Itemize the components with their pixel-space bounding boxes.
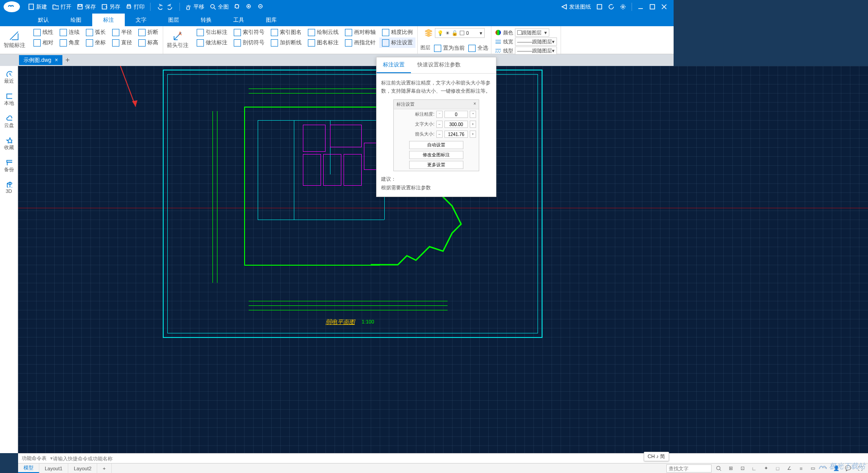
index-symbol-button[interactable]: 索引符号	[231, 27, 267, 37]
svg-point-12	[622, 6, 624, 8]
layers-icon	[424, 28, 433, 37]
popup-tab-settings[interactable]: 标注设置	[377, 57, 411, 73]
radius-dim-button[interactable]: 半径	[109, 27, 135, 37]
popup-tab-quick[interactable]: 快速设置标注参数	[411, 57, 467, 73]
print-button[interactable]: 打印	[123, 3, 147, 11]
modify-all-button[interactable]: 修改全图标注	[409, 151, 463, 159]
linear-dim-button[interactable]: 线性	[31, 27, 56, 37]
drawing-scale: 1:100	[362, 319, 374, 324]
precision-inc[interactable]: ⁺	[470, 111, 476, 118]
saveas-button[interactable]: 另存	[99, 3, 123, 11]
elevation-button[interactable]: 标高	[136, 37, 161, 48]
sidebar-recent[interactable]: 最近	[4, 69, 14, 86]
undo-icon	[156, 4, 162, 10]
fullview-button[interactable]: 全图	[207, 3, 231, 11]
drawing-canvas[interactable]: 弱电平面图 1:100	[18, 66, 674, 368]
send-drawing-button[interactable]: 发送图纸	[558, 3, 594, 11]
text-size-input[interactable]	[444, 121, 468, 128]
precision-input[interactable]	[444, 111, 468, 118]
zoom-out-button[interactable]	[255, 4, 267, 10]
precision-dec[interactable]: ⁻	[436, 111, 443, 118]
lineweight-icon	[495, 38, 501, 45]
image-label-button[interactable]: 图名标注	[305, 37, 341, 48]
maximize-button[interactable]	[646, 4, 658, 10]
ribbon: 智能标注 线性 连续 弧长 半径 折断 相对 角度 坐标 直径 标高 A 箭头引…	[0, 26, 674, 54]
file-tab[interactable]: 示例图.dwg ×	[19, 55, 62, 65]
break-line-button[interactable]: 加折断线	[268, 37, 304, 48]
set-current-button[interactable]: 置为当前	[434, 44, 465, 52]
arrow-size-input[interactable]	[444, 131, 468, 138]
lightbulb-icon: 💡	[437, 30, 443, 36]
break-dim-button[interactable]: 折断	[136, 27, 161, 37]
axis-button[interactable]: 画对称轴	[342, 27, 378, 37]
color-dropdown[interactable]: 跟随图层▾	[515, 28, 549, 37]
close-button[interactable]	[658, 4, 670, 10]
menu-tabs: 默认 绘图 标注 文字 图层 转换 工具 图库	[0, 14, 674, 26]
fullscreen-button[interactable]	[594, 4, 605, 10]
new-button[interactable]: 新建	[25, 3, 50, 11]
more-settings-button[interactable]: 更多设置	[409, 161, 463, 169]
svg-point-6	[211, 5, 214, 8]
tab-layer[interactable]: 图层	[157, 14, 190, 26]
index-name-button[interactable]: 索引图名	[268, 27, 304, 37]
layer-dropdown[interactable]: 💡 ☀ 🔓 0 ▾	[435, 28, 485, 38]
star-icon	[6, 137, 12, 143]
tab-tools[interactable]: 工具	[222, 14, 255, 26]
add-tab-button[interactable]: +	[62, 55, 72, 65]
textsize-inc[interactable]: +	[470, 121, 476, 128]
color-label: 颜色	[503, 29, 513, 36]
smart-dimension-button[interactable]: 智能标注	[0, 26, 29, 54]
sidebar-backup[interactable]: 备份	[4, 157, 14, 175]
section-symbol-button[interactable]: 剖切符号	[231, 37, 267, 48]
cloud-button[interactable]: 绘制云线	[305, 27, 341, 37]
textsize-dec[interactable]: −	[436, 121, 443, 128]
undo-button[interactable]	[153, 4, 165, 10]
minimize-button[interactable]	[635, 4, 646, 10]
close-tab-button[interactable]: ×	[55, 57, 58, 63]
file-tabs: 示例图.dwg × +	[0, 54, 674, 66]
angle-dim-button[interactable]: 角度	[57, 37, 82, 48]
linetype-dropdown[interactable]: ———跟随图层▾	[515, 47, 557, 55]
leader-button[interactable]: 引出标注	[194, 27, 230, 37]
arrowsize-dec[interactable]: −	[436, 131, 443, 138]
drawing-title: 弱电平面图	[326, 318, 355, 326]
tab-draw[interactable]: 绘图	[60, 14, 92, 26]
tab-annotation[interactable]: 标注	[92, 14, 125, 26]
sidebar-favorites[interactable]: 收藏	[4, 135, 14, 153]
dim-settings-button[interactable]: 标注设置	[379, 37, 415, 48]
settings-button[interactable]	[617, 4, 629, 10]
leader-do-button[interactable]: 做法标注	[194, 37, 230, 48]
continuous-dim-button[interactable]: 连续	[57, 27, 82, 37]
coord-dim-button[interactable]: 坐标	[83, 37, 108, 48]
lineweight-dropdown[interactable]: ———跟随图层▾	[515, 37, 557, 46]
tab-convert[interactable]: 转换	[190, 14, 222, 26]
arrow-leader-button[interactable]: A 箭头引注	[163, 26, 192, 54]
tab-library[interactable]: 图库	[255, 14, 288, 26]
north-button[interactable]: 画指北针	[342, 37, 378, 48]
relative-dim-button[interactable]: 相对	[31, 37, 56, 48]
pan-button[interactable]: 平移	[183, 3, 207, 11]
mini-close-button[interactable]: ×	[473, 101, 476, 108]
popup-description: 标注前先设置标注精度，文字大小和箭头大小等参数，支持随屏幕自动大小、一键修改全图…	[381, 79, 491, 95]
arrow-size-label: 箭头大小:	[415, 131, 434, 137]
tab-text[interactable]: 文字	[125, 14, 157, 26]
tab-default[interactable]: 默认	[27, 14, 60, 26]
arc-dim-button[interactable]: 弧长	[83, 27, 108, 37]
sidebar-local[interactable]: 本地	[4, 91, 14, 108]
sidebar-3d[interactable]: 3D	[5, 179, 12, 196]
save-button[interactable]: 保存	[74, 3, 99, 11]
arrowsize-inc[interactable]: +	[470, 131, 476, 138]
zoom-window-button[interactable]	[231, 4, 243, 10]
select-all-button[interactable]: 全选	[468, 44, 488, 52]
auto-settings-button[interactable]: 自动设置	[409, 141, 463, 149]
refresh-button[interactable]	[605, 4, 617, 10]
diameter-dim-button[interactable]: 直径	[109, 37, 135, 48]
zoom-in-button[interactable]	[243, 4, 255, 10]
open-button[interactable]: 打开	[50, 3, 74, 11]
redo-button[interactable]	[165, 4, 177, 10]
zoom-out-icon	[258, 4, 264, 10]
zoom-in-icon	[246, 4, 252, 10]
sidebar-cloud[interactable]: 云盘	[4, 113, 14, 131]
cloud-icon	[6, 115, 12, 121]
precision-button[interactable]: 精度比例	[379, 27, 415, 37]
